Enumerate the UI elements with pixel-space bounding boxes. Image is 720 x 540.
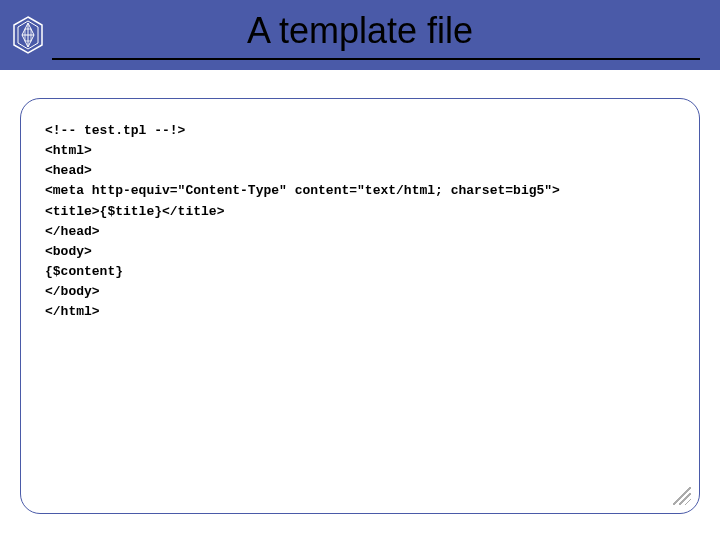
- code-line: <head>: [45, 161, 675, 181]
- code-line: <meta http-equiv="Content-Type" content=…: [45, 181, 675, 201]
- code-line: <body>: [45, 242, 675, 262]
- slide-header: A template file: [0, 0, 720, 70]
- logo-icon: [8, 15, 48, 55]
- content-frame: <!-- test.tpl --!> <html> <head> <meta h…: [20, 98, 700, 514]
- code-line: <title>{$title}</title>: [45, 202, 675, 222]
- code-line: </body>: [45, 282, 675, 302]
- code-line: </html>: [45, 302, 675, 322]
- code-line: </head>: [45, 222, 675, 242]
- title-underline: [52, 58, 700, 60]
- slide-title: A template file: [0, 0, 720, 66]
- code-line: {$content}: [45, 262, 675, 282]
- code-line: <html>: [45, 141, 675, 161]
- code-line: <!-- test.tpl --!>: [45, 121, 675, 141]
